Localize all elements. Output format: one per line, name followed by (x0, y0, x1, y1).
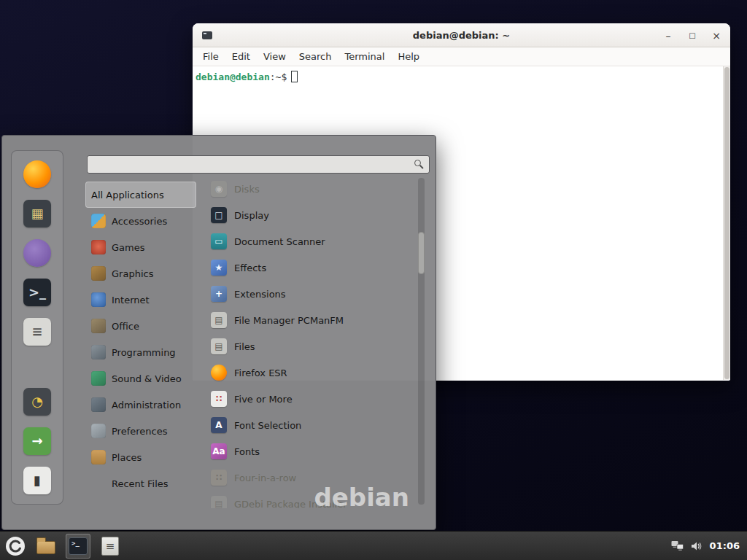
category-all-applications[interactable]: All Applications (85, 182, 196, 208)
app-display[interactable]: □ Display (206, 202, 414, 228)
menu-search[interactable]: Search (293, 47, 338, 66)
favorite-shutdown[interactable]: ▮ (20, 464, 54, 497)
app-font-selection[interactable]: A Font Selection (206, 412, 414, 438)
category-icon (91, 240, 106, 254)
search-input[interactable] (87, 155, 430, 174)
favorite-firefox[interactable] (20, 158, 54, 190)
app-label: Display (234, 210, 269, 221)
app-label: Document Scanner (234, 236, 325, 247)
category-icon (91, 397, 106, 412)
category-recent-files[interactable]: Recent Files (85, 470, 196, 497)
category-label: Internet (112, 295, 150, 306)
category-label: Places (112, 452, 142, 463)
category-graphics[interactable]: Graphics (85, 260, 196, 287)
favorite-icon: >_ (23, 279, 51, 306)
app-icon: ▤ (211, 338, 227, 354)
category-games[interactable]: Games (85, 234, 196, 260)
category-office[interactable]: Office (85, 313, 196, 339)
category-icon (91, 371, 106, 386)
terminal-scrollbar-thumb[interactable] (724, 67, 729, 379)
launcher-file-manager[interactable] (34, 534, 58, 559)
launcher-terminal[interactable]: >_ (66, 534, 90, 559)
app-icon: ∷ (211, 470, 227, 486)
terminal-titlebar[interactable]: debian@debian: ~ – □ × (193, 23, 730, 47)
menu-file[interactable]: File (196, 47, 225, 66)
app-icon: ▤ (211, 496, 227, 508)
favorite-icon: → (23, 427, 51, 455)
app-icon: ◉ (211, 181, 227, 197)
category-places[interactable]: Places (85, 444, 196, 470)
launcher-icon (36, 541, 55, 554)
menu-terminal[interactable]: Terminal (338, 47, 391, 66)
favorite-text-editor[interactable]: ≡ (20, 316, 54, 348)
app-icon: A (211, 417, 227, 433)
category-label: Recent Files (112, 478, 169, 489)
prompt-symbol: $ (281, 71, 287, 82)
favorite-terminal[interactable]: >_ (20, 276, 54, 308)
favorite-logout[interactable]: → (20, 425, 54, 457)
favorite-icon (23, 239, 51, 267)
launcher-icon: >_ (69, 537, 88, 555)
app-document-scanner[interactable]: ▭ Document Scanner (206, 228, 414, 254)
menu-view[interactable]: View (257, 47, 293, 66)
category-label: Office (112, 321, 139, 332)
app-extensions[interactable]: + Extensions (206, 281, 414, 307)
taskbar-clock[interactable]: 01:06 (710, 540, 740, 551)
app-fonts[interactable]: Aa Fonts (206, 438, 414, 464)
app-disks[interactable]: ◉ Disks (206, 176, 414, 202)
terminal-window-icon (202, 31, 212, 39)
app-five-or-more[interactable]: ∷ Five or More (206, 386, 414, 412)
maximize-button[interactable]: □ (686, 29, 699, 42)
app-label: Disks (234, 184, 260, 195)
favorite-photos[interactable]: ▦ (20, 198, 54, 230)
app-icon: + (211, 286, 227, 302)
app-label: Firefox ESR (234, 368, 287, 378)
favorite-icon: ≡ (23, 318, 51, 346)
close-button[interactable]: × (710, 29, 723, 42)
category-label: Games (112, 242, 144, 253)
minimize-button[interactable]: – (662, 29, 675, 42)
favorite-icon (23, 160, 51, 188)
category-label: Graphics (112, 268, 153, 279)
launcher-icon: ≡ (101, 537, 119, 556)
category-accessories[interactable]: Accessories (85, 208, 196, 234)
menu-help[interactable]: Help (391, 47, 426, 66)
terminal-scrollbar[interactable] (723, 66, 730, 380)
category-preferences[interactable]: Preferences (85, 418, 196, 444)
category-icon (91, 214, 106, 228)
category-internet[interactable]: Internet (85, 287, 196, 313)
launcher-text-editor[interactable]: ≡ (98, 534, 123, 559)
favorite-pidgin[interactable] (20, 237, 54, 269)
app-icon: □ (211, 207, 227, 223)
app-list-scrollbar[interactable] (418, 178, 425, 505)
menu-logo-icon (5, 536, 26, 556)
app-effects[interactable]: ★ Effects (206, 254, 414, 281)
network-icon[interactable] (671, 540, 684, 551)
app-label: Five or More (234, 394, 293, 405)
favorite-lock-screen[interactable]: ◔ (20, 386, 54, 418)
menu-edit[interactable]: Edit (225, 47, 257, 66)
category-programming[interactable]: Programming (85, 339, 196, 365)
category-icon (91, 292, 106, 307)
volume-icon[interactable] (691, 541, 703, 551)
app-label: Effects (234, 262, 266, 273)
app-file-manager-pcmanfm[interactable]: ▤ File Manager PCManFM (206, 307, 414, 333)
terminal-cursor (291, 71, 298, 82)
category-label: Preferences (112, 426, 167, 437)
app-label: Files (234, 341, 255, 352)
app-firefox-esr[interactable]: Firefox ESR (206, 359, 414, 386)
app-icon: ∷ (211, 391, 227, 407)
category-sound-video[interactable]: Sound & Video (85, 365, 196, 392)
app-label: Extensions (234, 289, 286, 300)
category-icon (91, 319, 106, 333)
category-administration[interactable]: Administration (85, 392, 196, 418)
taskbar-launchers: >_ ≡ (34, 534, 123, 559)
app-list: ◉ Disks □ Display ▭ Document Scanner ★ E… (206, 176, 414, 508)
app-list-scrollbar-thumb[interactable] (418, 232, 425, 274)
menu-button[interactable] (4, 535, 26, 557)
category-label: Accessories (112, 216, 167, 227)
category-icon (91, 345, 106, 359)
favorite-icon: ▦ (23, 200, 51, 228)
category-icon (91, 450, 106, 464)
app-files[interactable]: ▤ Files (206, 333, 414, 359)
